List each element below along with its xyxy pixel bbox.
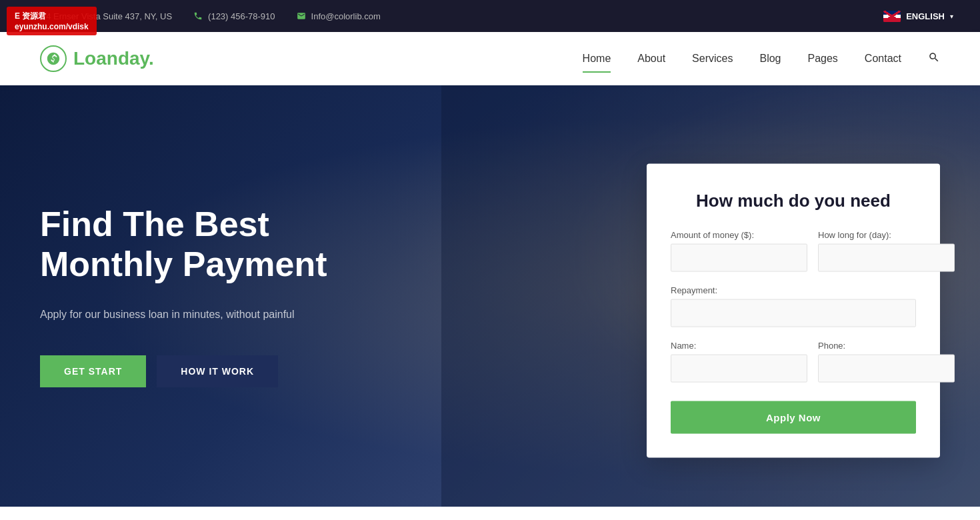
- amount-label: Amount of money ($):: [671, 230, 807, 240]
- nav-about[interactable]: About: [637, 47, 665, 70]
- phone-input[interactable]: [818, 355, 955, 383]
- form-row-amount-days: Amount of money ($): How long for (day):: [671, 230, 916, 272]
- form-group-days: How long for (day):: [818, 230, 955, 272]
- hero-title: Find The Best Monthly Payment: [40, 205, 327, 285]
- amount-input[interactable]: [671, 244, 807, 272]
- days-label: How long for (day):: [818, 230, 955, 240]
- form-group-name: Name:: [671, 341, 807, 383]
- repayment-label: Repayment:: [671, 285, 916, 295]
- phone-icon: [193, 11, 203, 21]
- hero-buttons: GET START HOW IT WORK: [40, 355, 327, 387]
- topbar: 24 Ernser Vista Suite 437, NY, US (123) …: [0, 0, 980, 32]
- hero-section: Find The Best Monthly Payment Apply for …: [0, 85, 980, 507]
- nav-blog[interactable]: Blog: [759, 47, 781, 70]
- form-title: How much do you need: [671, 191, 916, 211]
- topbar-phone: (123) 456-78-910: [193, 11, 275, 21]
- form-row-repayment: Repayment:: [671, 285, 916, 327]
- email-icon: [297, 11, 306, 21]
- get-start-button[interactable]: GET START: [40, 355, 146, 387]
- nav-services[interactable]: Services: [692, 47, 733, 70]
- phone-label: Phone:: [818, 341, 955, 351]
- hero-subtitle: Apply for our business loan in minutes, …: [40, 306, 327, 323]
- nav-links: Home About Services Blog Pages Contact: [583, 47, 940, 70]
- hero-content: Find The Best Monthly Payment Apply for …: [0, 151, 367, 440]
- form-row-name-phone: Name: Phone:: [671, 341, 916, 383]
- nav-pages[interactable]: Pages: [807, 47, 837, 70]
- navbar: Loanday. Home About Services Blog Pages …: [0, 32, 980, 85]
- form-group-phone: Phone:: [818, 341, 955, 383]
- form-group-amount: Amount of money ($):: [671, 230, 807, 272]
- loan-form-card: How much do you need Amount of money ($)…: [647, 164, 940, 458]
- form-group-repayment: Repayment:: [671, 285, 916, 327]
- repayment-input[interactable]: [671, 299, 916, 327]
- language-label: ENGLISH: [906, 11, 945, 21]
- search-icon[interactable]: [928, 51, 940, 67]
- chevron-down-icon: ▾: [950, 13, 953, 20]
- how-it-work-button[interactable]: HOW IT WORK: [157, 355, 278, 387]
- logo[interactable]: Loanday.: [40, 45, 154, 72]
- name-input[interactable]: [671, 355, 807, 383]
- logo-text: Loanday.: [73, 48, 154, 69]
- nav-contact[interactable]: Contact: [865, 47, 901, 70]
- language-selector[interactable]: ENGLISH ▾: [883, 11, 953, 22]
- nav-home[interactable]: Home: [583, 47, 611, 70]
- days-input[interactable]: [818, 244, 955, 272]
- logo-icon: [40, 45, 67, 72]
- topbar-email: Info@colorlib.com: [297, 11, 381, 21]
- name-label: Name:: [671, 341, 807, 351]
- form-submit-button[interactable]: Apply Now: [671, 401, 916, 434]
- dollar-icon: [46, 51, 61, 66]
- watermark: E 资源君eyunzhu.com/vdisk: [7, 7, 97, 35]
